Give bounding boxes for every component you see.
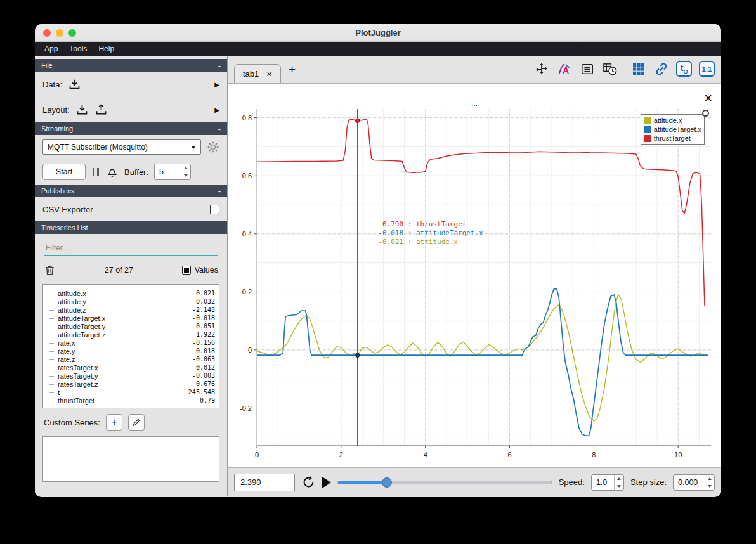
fullscreen-move-icon[interactable] [533,61,549,77]
filter-input[interactable] [44,241,218,256]
delete-series-trash-icon[interactable] [44,264,56,276]
curve-style-icon[interactable]: A [556,61,572,77]
add-custom-series-button[interactable]: + [106,414,122,431]
speed-spinbox[interactable]: 1.0 [591,474,624,491]
timeseries-item[interactable]: attitudeTarget.z-1.922 [46,330,215,339]
tree-branch-icon [49,297,56,306]
timeseries-item[interactable]: rate.x-0.156 [46,339,215,347]
values-checkbox[interactable]: Values [182,266,218,275]
svg-text:0.4: 0.4 [242,230,252,238]
series-count: 27 of 27 [62,266,176,275]
zoom-window-button[interactable] [68,29,76,37]
tree-branch-icon [49,363,56,372]
menubar: AppToolsHelp [35,42,721,56]
timeseries-section-header[interactable]: Timeseries List [35,221,227,234]
link-axes-icon[interactable] [653,61,669,77]
timeseries-value: -0.003 [192,372,215,379]
close-window-button[interactable] [43,29,51,37]
minimize-window-button[interactable] [56,29,63,37]
custom-series-label: Custom Series: [44,418,100,427]
chevron-down-icon [191,146,196,149]
timeseries-item[interactable]: ratesTarget.z0.676 [46,380,215,388]
legend-entry[interactable]: attitude.x [644,116,701,125]
streaming-source-row: MQTT Subscriber (Mosquitto) [35,135,227,159]
loop-icon[interactable] [301,475,316,489]
notifications-bell-icon[interactable] [106,165,119,178]
step-size-spinbox[interactable]: 0.000 [673,474,715,491]
grid-layout-icon[interactable] [630,61,646,77]
timeseries-value: 0.676 [196,380,215,387]
buffer-spin-arrows[interactable] [181,164,190,179]
load-layout-icon[interactable] [75,103,89,117]
timeseries-name: attitude.x [58,290,86,297]
timeseries-item[interactable]: rate.y0.018 [46,347,215,355]
titlebar: PlotJuggler [35,24,721,42]
spin-down-icon[interactable] [181,172,190,179]
csv-exporter-checkbox[interactable] [210,205,219,214]
timeseries-value: -0.018 [192,314,215,321]
timeseries-item[interactable]: attitude.z-2.148 [46,306,215,314]
tabbar: tab1 × + A [228,56,721,84]
custom-series-list[interactable] [42,436,219,482]
legend-list-icon[interactable] [579,61,595,77]
start-streaming-button[interactable]: Start [42,164,86,180]
timeseries-item[interactable]: attitude.x-0.021 [46,289,215,297]
add-tab-button[interactable]: + [281,63,303,77]
timeseries-item[interactable]: t245.548 [46,388,215,396]
menu-help[interactable]: Help [93,43,120,55]
svg-text:8: 8 [592,451,596,458]
menu-app[interactable]: App [39,43,63,55]
play-button[interactable] [322,477,331,488]
plot-legend[interactable]: attitude.xattitudeTarget.xthrustTarget [641,114,705,145]
tree-branch-icon [49,388,56,396]
timeseries-list[interactable]: attitude.x-0.021attitude.y-0.032attitude… [42,284,219,408]
timeseries-item[interactable]: ratesTarget.y-0.003 [46,372,215,380]
legend-handle-icon[interactable] [702,110,709,117]
step-spin-arrows[interactable] [705,475,714,490]
timeseries-name: attitudeTarget.x [58,314,105,322]
timeseries-item[interactable]: attitude.y-0.032 [46,297,215,306]
save-layout-icon[interactable] [94,103,108,117]
layout-menu-arrow-icon[interactable]: ▶ [214,107,219,113]
timeseries-value: 0.79 [200,397,215,404]
load-data-icon[interactable] [68,78,81,91]
tab-tab1[interactable]: tab1 × [234,64,281,83]
slider-handle[interactable] [382,477,392,488]
data-menu-arrow-icon[interactable]: ▶ [214,81,219,88]
buffer-spinbox[interactable]: 5 [154,164,191,180]
svg-text:0: 0 [248,346,252,354]
streaming-source-select[interactable]: MQTT Subscriber (Mosquitto) [42,139,201,155]
streaming-settings-gear-icon[interactable] [207,141,219,153]
speed-spin-arrows[interactable] [614,475,623,490]
playback-time-field[interactable]: 2.390 [234,474,295,491]
close-tab-icon[interactable]: × [266,69,272,79]
collapse-publishers-icon[interactable]: - [218,187,221,195]
timeseries-name: thrustTarget [58,397,94,405]
timeseries-item[interactable]: thrustTarget0.79 [46,396,215,405]
csv-exporter-label: CSV Exporter [42,205,93,214]
timeseries-name: attitude.y [58,298,86,306]
collapse-streaming-icon[interactable]: - [218,125,221,133]
playback-slider[interactable] [337,476,552,489]
zoom-1-1-button[interactable]: 1:1 [699,61,715,77]
legend-entry[interactable]: thrustTarget [644,134,701,143]
file-section-header[interactable]: File - [35,59,227,72]
close-plot-icon[interactable]: × [704,91,712,105]
timeseries-item[interactable]: ratesTarget.x0.012 [46,363,215,372]
t0-offset-button[interactable]: tO [676,61,692,77]
file-section-title: File [41,62,53,69]
timeseries-item[interactable]: attitudeTarget.y-0.051 [46,322,215,330]
streaming-section-header[interactable]: Streaming - [35,122,227,135]
timeseries-item[interactable]: attitudeTarget.x-0.018 [46,314,215,322]
publishers-section-header[interactable]: Publishers - [35,185,227,197]
collapse-file-icon[interactable]: - [218,62,221,70]
pause-icon[interactable] [91,168,100,176]
slider-track[interactable] [337,481,552,484]
layout-row: Layout: ▶ [35,97,227,122]
timeseries-item[interactable]: rate.z-0.063 [46,355,215,363]
time-tracker-clock-icon[interactable] [602,61,618,77]
spin-up-icon[interactable] [181,164,190,172]
menu-tools[interactable]: Tools [63,43,93,55]
edit-custom-series-button[interactable] [128,414,145,431]
legend-entry[interactable]: attitudeTarget.x [644,125,701,134]
